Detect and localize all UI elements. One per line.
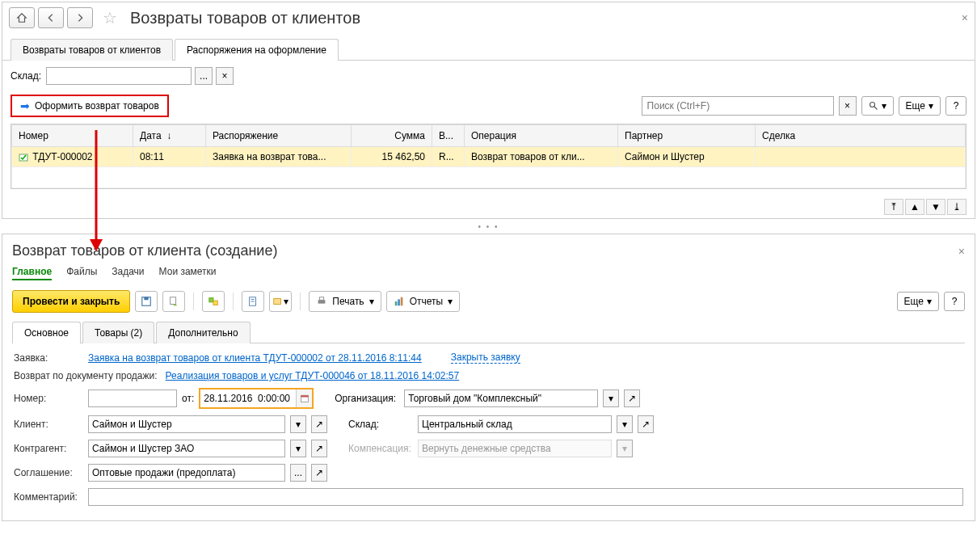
svg-rect-15 bbox=[394, 301, 397, 305]
print-button[interactable]: Печать ▾ bbox=[309, 291, 381, 312]
contragent-label: Контрагент: bbox=[14, 443, 83, 454]
client-dd[interactable]: ▾ bbox=[290, 415, 306, 433]
nav-down[interactable]: ▼ bbox=[926, 199, 945, 215]
comp-input bbox=[418, 440, 612, 457]
comp-dd: ▾ bbox=[617, 440, 633, 457]
subtab-tasks[interactable]: Задачи bbox=[112, 264, 144, 280]
return-doc-label: Возврат по документу продажи: bbox=[14, 370, 158, 381]
nav-up[interactable]: ▲ bbox=[905, 199, 924, 215]
number-label: Номер: bbox=[14, 393, 83, 404]
save-button[interactable] bbox=[135, 291, 158, 312]
post-and-close-button[interactable]: Провести и закрыть bbox=[12, 290, 130, 313]
more-button[interactable]: Еще ▾ bbox=[899, 96, 941, 116]
comp-label: Компенсация: bbox=[348, 443, 413, 454]
ftab-extra[interactable]: Дополнительно bbox=[156, 322, 250, 343]
col-date[interactable]: Дата ↓ bbox=[133, 125, 206, 147]
return-doc-link[interactable]: Реализация товаров и услуг ТДУТ-000046 о… bbox=[166, 370, 460, 381]
date-input[interactable] bbox=[200, 389, 296, 407]
back-button[interactable] bbox=[38, 7, 64, 28]
arrow-right-icon: ➡ bbox=[20, 99, 30, 112]
page-title: Возвраты товаров от клиентов bbox=[130, 9, 360, 27]
help-button[interactable]: ? bbox=[945, 96, 966, 116]
post-button[interactable] bbox=[162, 291, 185, 312]
close-doc[interactable]: × bbox=[958, 245, 965, 258]
request-link[interactable]: Заявка на возврат товаров от клиента ТДУ… bbox=[88, 352, 422, 364]
svg-rect-8 bbox=[213, 301, 217, 305]
table-row[interactable]: ТДУТ-000002 08:11 Заявка на возврат това… bbox=[12, 147, 966, 167]
client-label: Клиент: bbox=[14, 419, 83, 430]
warehouse-filter-label: Склад: bbox=[11, 70, 41, 82]
doc-title: Возврат товаров от клиента (создание) bbox=[12, 242, 277, 259]
home-button[interactable] bbox=[9, 7, 35, 28]
doc-more-button[interactable]: Еще ▾ bbox=[897, 292, 939, 311]
svg-rect-13 bbox=[318, 300, 326, 303]
wh-label: Склад: bbox=[348, 419, 413, 430]
attach-button[interactable]: ▾ bbox=[269, 291, 292, 312]
annotation-arrow bbox=[88, 130, 104, 254]
svg-rect-14 bbox=[320, 297, 324, 301]
svg-rect-16 bbox=[398, 299, 400, 305]
search-clear[interactable]: × bbox=[839, 96, 857, 116]
col-op[interactable]: Операция bbox=[465, 125, 618, 147]
ctr-open[interactable]: ↗ bbox=[311, 440, 327, 457]
create-return-label: Оформить возврат товаров bbox=[35, 100, 159, 112]
wh-input[interactable] bbox=[418, 415, 612, 433]
wh-dd[interactable]: ▾ bbox=[617, 415, 633, 433]
number-input[interactable] bbox=[88, 389, 177, 407]
close-top-panel[interactable]: × bbox=[962, 11, 968, 24]
svg-rect-17 bbox=[400, 297, 402, 306]
warehouse-filter-open[interactable]: ... bbox=[195, 67, 213, 85]
org-dd[interactable]: ▾ bbox=[603, 389, 619, 407]
col-sum[interactable]: Сумма bbox=[352, 125, 432, 147]
org-open[interactable]: ↗ bbox=[624, 389, 640, 407]
based-on-button[interactable] bbox=[202, 291, 225, 312]
col-order[interactable]: Распоряжение bbox=[206, 125, 352, 147]
split-handle[interactable]: • • • bbox=[0, 221, 977, 232]
col-number[interactable]: Номер bbox=[12, 125, 133, 147]
nav-top[interactable]: ⤒ bbox=[884, 199, 903, 215]
col-partner[interactable]: Партнер bbox=[618, 125, 756, 147]
search-button[interactable]: ▾ bbox=[861, 96, 894, 116]
org-input[interactable] bbox=[404, 389, 598, 407]
ctr-dd[interactable]: ▾ bbox=[290, 440, 306, 457]
search-input[interactable] bbox=[642, 96, 834, 116]
forward-button[interactable] bbox=[67, 7, 93, 28]
create-return-button[interactable]: ➡ Оформить возврат товаров bbox=[11, 95, 169, 117]
favorite-star-icon[interactable]: ☆ bbox=[103, 8, 117, 27]
doc-help-button[interactable]: ? bbox=[944, 292, 965, 311]
col-deal[interactable]: Сделка bbox=[756, 125, 966, 147]
reports-button[interactable]: Отчеты ▾ bbox=[386, 291, 460, 312]
subtab-files[interactable]: Файлы bbox=[66, 264, 97, 280]
orders-table: Номер Дата ↓ Распоряжение Сумма В... Опе… bbox=[11, 124, 966, 188]
agreement-input[interactable] bbox=[88, 464, 285, 482]
doc-icon-button[interactable] bbox=[242, 291, 264, 312]
nav-bottom[interactable]: ⤓ bbox=[947, 199, 966, 215]
agreement-label: Соглашение: bbox=[14, 467, 83, 478]
org-label: Организация: bbox=[335, 393, 399, 404]
svg-marker-3 bbox=[90, 239, 103, 251]
wh-open[interactable]: ↗ bbox=[638, 415, 654, 433]
col-cur[interactable]: В... bbox=[432, 125, 465, 147]
top-tabs: Возвраты товаров от клиентов Распоряжени… bbox=[2, 38, 975, 61]
tab-returns[interactable]: Возвраты товаров от клиентов bbox=[11, 39, 173, 61]
agr-open[interactable]: ↗ bbox=[311, 464, 327, 482]
ot-label: от: bbox=[182, 393, 194, 404]
warehouse-filter-clear[interactable]: × bbox=[216, 67, 234, 85]
client-input[interactable] bbox=[88, 415, 285, 433]
svg-rect-6 bbox=[171, 297, 176, 305]
subtab-notes[interactable]: Мои заметки bbox=[159, 264, 217, 280]
contragent-input[interactable] bbox=[88, 440, 285, 457]
subtab-main[interactable]: Главное bbox=[12, 264, 52, 280]
comment-input[interactable] bbox=[88, 488, 963, 506]
comment-label: Комментарий: bbox=[14, 491, 83, 503]
tab-orders[interactable]: Распоряжения на оформление bbox=[175, 39, 339, 61]
warehouse-filter-input[interactable] bbox=[46, 67, 192, 85]
calendar-button[interactable] bbox=[296, 389, 312, 407]
close-request-link[interactable]: Закрыть заявку bbox=[451, 352, 520, 364]
client-open[interactable]: ↗ bbox=[311, 415, 327, 433]
svg-rect-19 bbox=[301, 395, 308, 397]
ftab-main[interactable]: Основное bbox=[12, 322, 81, 343]
ftab-goods[interactable]: Товары (2) bbox=[82, 322, 154, 343]
svg-point-0 bbox=[870, 103, 874, 107]
agr-ell[interactable]: ... bbox=[290, 464, 306, 482]
